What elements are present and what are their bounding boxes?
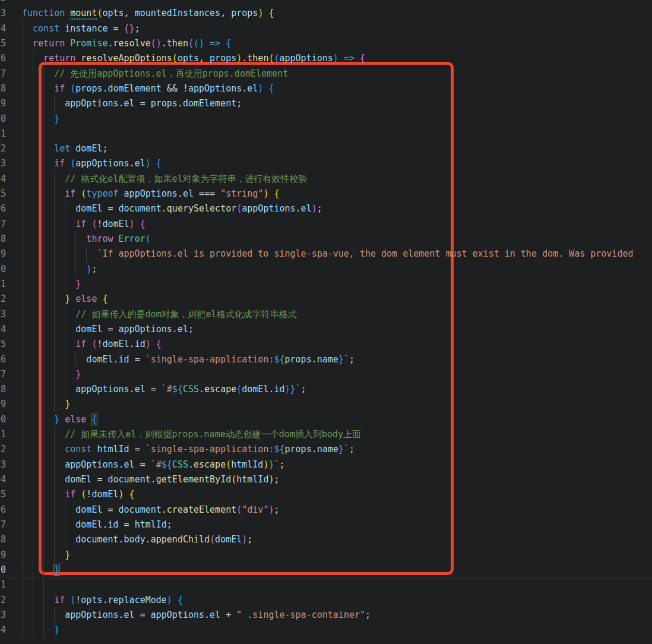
code-line[interactable]: 7// 先使用appOptions.el，再使用props.domElement bbox=[0, 67, 652, 81]
indent-guide bbox=[22, 442, 23, 457]
line-number[interactable]: 8 bbox=[1, 81, 21, 96]
indent-guide bbox=[22, 322, 23, 337]
code-line[interactable]: 6return resolveAppOptions(opts, props).t… bbox=[0, 51, 652, 66]
line-number[interactable]: 4 bbox=[1, 472, 21, 487]
code-line[interactable]: 4// 格式化el配置项，如果el对象为字符串，进行有效性校验 bbox=[0, 172, 652, 187]
indent-guide bbox=[65, 217, 65, 232]
code-line[interactable]: 7if (!domEl) { bbox=[0, 217, 652, 232]
line-number[interactable]: 0 bbox=[1, 412, 21, 427]
code-line[interactable]: 8appOptions.el = `#${CSS.escape(domEl.id… bbox=[0, 382, 652, 397]
line-number[interactable]: 3 bbox=[1, 156, 21, 171]
indent-guide bbox=[54, 352, 55, 367]
code-line[interactable]: 5return Promise.resolve().then(() => { bbox=[0, 36, 652, 51]
indent-guide bbox=[22, 247, 23, 261]
line-number[interactable]: 2 bbox=[1, 442, 21, 457]
code-line[interactable]: 0} bbox=[0, 563, 652, 577]
indent-guide bbox=[43, 156, 44, 171]
code-text: domEl = document.getElementById(htmlId); bbox=[65, 472, 279, 487]
line-number[interactable]: 3 bbox=[1, 6, 21, 21]
code-line[interactable]: 1 bbox=[0, 127, 652, 141]
line-number[interactable]: 9 bbox=[1, 96, 21, 111]
line-number[interactable]: 1 bbox=[1, 277, 21, 292]
line-number[interactable]: 3 bbox=[1, 457, 21, 472]
line-number[interactable]: 3 bbox=[1, 307, 21, 322]
indent-guide bbox=[54, 337, 55, 352]
line-number[interactable]: 4 bbox=[1, 623, 21, 637]
line-number[interactable]: 9 bbox=[1, 397, 21, 412]
line-number[interactable]: 5 bbox=[1, 36, 21, 51]
line-number[interactable]: 3 bbox=[1, 608, 21, 623]
line-number[interactable]: 0 bbox=[1, 112, 21, 127]
indent-guide bbox=[33, 382, 33, 397]
code-line[interactable]: 4domEl = appOptions.el; bbox=[0, 322, 652, 337]
line-number[interactable]: 7 bbox=[1, 217, 21, 232]
code-line[interactable]: 6domEl = document.createElement("div"); bbox=[0, 503, 652, 517]
line-number[interactable]: 9 bbox=[1, 548, 21, 563]
code-line[interactable]: 3if (appOptions.el) { bbox=[0, 156, 652, 171]
line-number[interactable]: 4 bbox=[1, 21, 21, 36]
code-line[interactable]: 0} else { bbox=[0, 412, 652, 427]
line-number[interactable]: 6 bbox=[1, 352, 21, 367]
code-line[interactable]: 4} bbox=[0, 623, 652, 637]
code-line[interactable]: 9appOptions.el = props.domElement; bbox=[0, 96, 652, 111]
indent-guide bbox=[22, 503, 23, 517]
line-number[interactable]: 6 bbox=[1, 51, 21, 66]
code-line[interactable]: 1} bbox=[0, 277, 652, 292]
code-line[interactable]: 0} bbox=[0, 112, 652, 127]
line-number[interactable]: 7 bbox=[1, 367, 21, 382]
code-line[interactable]: 6domEl = document.querySelector(appOptio… bbox=[0, 201, 652, 216]
line-number[interactable]: 8 bbox=[1, 532, 21, 547]
code-line[interactable]: 5if (!domEl) { bbox=[0, 487, 652, 502]
code-line[interactable]: 2let domEl; bbox=[0, 141, 652, 156]
code-line[interactable]: 2} else { bbox=[0, 292, 652, 307]
line-number[interactable]: 7 bbox=[1, 517, 21, 532]
code-line[interactable]: 4const instance = {}; bbox=[0, 21, 652, 36]
code-line[interactable]: 2 bbox=[0, 0, 652, 6]
line-number[interactable]: 0 bbox=[1, 262, 21, 277]
code-line[interactable]: 9} bbox=[0, 548, 652, 563]
line-number[interactable]: 6 bbox=[1, 201, 21, 216]
code-line[interactable]: 2if (!opts.replaceMode) { bbox=[0, 593, 652, 608]
line-number[interactable]: 1 bbox=[1, 127, 21, 141]
code-line[interactable]: 3function mount(opts, mountedInstances, … bbox=[0, 6, 652, 21]
code-line[interactable]: 0); bbox=[0, 262, 652, 277]
code-line[interactable]: 1// 如果未传入el，则根据props.name动态创建一个dom插入到bod… bbox=[0, 427, 652, 442]
line-number[interactable]: 4 bbox=[1, 172, 21, 187]
code-line[interactable]: 7} bbox=[0, 367, 652, 382]
code-line[interactable]: 8throw Error( bbox=[0, 232, 652, 247]
line-number[interactable]: 8 bbox=[1, 382, 21, 397]
code-editor-viewport[interactable]: 23function mount(opts, mountedInstances,… bbox=[0, 0, 652, 637]
indent-guide bbox=[43, 96, 44, 111]
code-line[interactable]: 8if (props.domElement && !appOptions.el)… bbox=[0, 81, 652, 96]
code-line[interactable]: 8document.body.appendChild(domEl); bbox=[0, 532, 652, 547]
line-number[interactable]: 1 bbox=[1, 427, 21, 442]
line-number[interactable]: 0 bbox=[1, 563, 21, 577]
code-line[interactable]: 4domEl = document.getElementById(htmlId)… bbox=[0, 472, 652, 487]
line-number[interactable]: 5 bbox=[1, 487, 21, 502]
code-line[interactable]: 7domEl.id = htmlId; bbox=[0, 517, 652, 532]
code-text: appOptions.el = `#${CSS.escape(domEl.id)… bbox=[75, 382, 306, 397]
code-line[interactable]: 3appOptions.el = appOptions.el + " .sing… bbox=[0, 608, 652, 623]
code-line[interactable]: 3appOptions.el = `#${CSS.escape(htmlId)}… bbox=[0, 457, 652, 472]
code-line[interactable]: 5if (!domEl.id) { bbox=[0, 337, 652, 352]
code-line[interactable]: 9} bbox=[0, 397, 652, 412]
code-line[interactable]: 3// 如果传入的是dom对象，则把el格式化成字符串格式 bbox=[0, 307, 652, 322]
line-number[interactable]: 1 bbox=[1, 577, 21, 592]
line-number[interactable]: 4 bbox=[1, 322, 21, 337]
line-number[interactable]: 5 bbox=[1, 187, 21, 201]
line-number[interactable]: 7 bbox=[1, 67, 21, 81]
line-number[interactable]: 6 bbox=[1, 503, 21, 517]
line-number[interactable]: 2 bbox=[1, 292, 21, 307]
line-number[interactable]: 5 bbox=[1, 337, 21, 352]
code-text: // 先使用appOptions.el，再使用props.domElement bbox=[54, 67, 288, 81]
code-line[interactable]: 5if (typeof appOptions.el === "string") … bbox=[0, 187, 652, 201]
code-line[interactable]: 6domEl.id = `single-spa-application:${pr… bbox=[0, 352, 652, 367]
line-number[interactable]: 9 bbox=[1, 247, 21, 261]
line-number[interactable]: 2 bbox=[1, 593, 21, 608]
line-number[interactable]: 2 bbox=[1, 0, 21, 6]
code-line[interactable]: 2const htmlId = `single-spa-application:… bbox=[0, 442, 652, 457]
line-number[interactable]: 2 bbox=[1, 141, 21, 156]
code-line[interactable]: 9`If appOptions.el is provided to single… bbox=[0, 247, 652, 261]
line-number[interactable]: 8 bbox=[1, 232, 21, 247]
code-line[interactable]: 1 bbox=[0, 577, 652, 592]
